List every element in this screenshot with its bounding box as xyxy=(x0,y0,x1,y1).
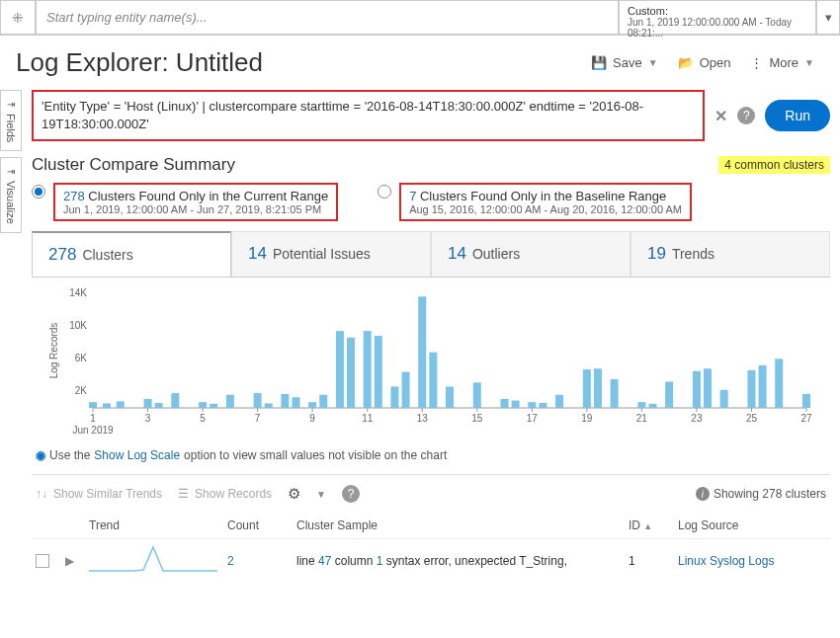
info-icon: i xyxy=(696,487,710,501)
svg-rect-27 xyxy=(418,297,426,409)
check-circle-icon: ◉ xyxy=(36,448,45,462)
row-count-link[interactable]: 2 xyxy=(227,554,234,568)
svg-rect-25 xyxy=(390,387,398,409)
entity-search-input[interactable]: Start typing entity name(s)... xyxy=(36,0,619,35)
more-dots-icon: ⋮ xyxy=(750,55,763,70)
help-icon[interactable]: ? xyxy=(737,107,755,124)
histogram-chart: 2K6K10K14KLog Records1357911131517192123… xyxy=(32,278,830,442)
run-button[interactable]: Run xyxy=(765,100,830,131)
svg-rect-38 xyxy=(611,379,619,408)
time-range-label: Custom: xyxy=(628,5,807,17)
svg-rect-30 xyxy=(473,383,481,409)
svg-rect-15 xyxy=(254,393,262,408)
save-icon: 💾 xyxy=(591,55,607,70)
svg-text:Log Records: Log Records xyxy=(48,323,59,379)
showing-count: iShowing 278 clusters xyxy=(696,487,826,501)
svg-rect-10 xyxy=(155,403,163,408)
baseline-range-radio[interactable] xyxy=(378,185,391,199)
svg-rect-7 xyxy=(103,404,111,409)
svg-rect-35 xyxy=(555,395,563,408)
row-checkbox[interactable] xyxy=(36,554,49,568)
svg-text:17: 17 xyxy=(527,413,539,424)
svg-text:21: 21 xyxy=(636,413,648,424)
time-range-picker[interactable]: Custom: Jun 1, 2019 12:00:00.000 AM - To… xyxy=(619,0,816,35)
expand-row-icon[interactable]: ▶ xyxy=(65,554,74,568)
current-range-box: 278 Clusters Found Only in the Current R… xyxy=(53,183,338,221)
svg-rect-14 xyxy=(226,395,234,408)
svg-rect-31 xyxy=(501,399,509,408)
cluster-sample-text: line 47 column 1 syntax error, unexpecte… xyxy=(296,554,629,568)
svg-rect-37 xyxy=(594,369,602,409)
table-row: ▶ 2 line 47 column 1 syntax error, unexp… xyxy=(32,539,830,582)
log-source-link[interactable]: Linux Syslog Logs xyxy=(678,554,774,568)
svg-rect-21 xyxy=(336,331,344,408)
svg-text:11: 11 xyxy=(362,413,374,424)
baseline-range-box: 7 Clusters Found Only in the Baseline Ra… xyxy=(399,183,692,221)
show-similar-trends-button[interactable]: ↑↓Show Similar Trends xyxy=(36,487,162,501)
sparkline xyxy=(89,545,217,573)
row-id: 1 xyxy=(629,554,678,568)
svg-rect-36 xyxy=(583,369,591,408)
current-range-dates: Jun 1, 2019, 12:00:00 AM - Jun 27, 2019,… xyxy=(63,203,328,215)
svg-rect-24 xyxy=(375,336,382,408)
col-count[interactable]: Count xyxy=(227,518,296,532)
svg-rect-9 xyxy=(144,399,152,408)
svg-rect-18 xyxy=(292,398,299,409)
help-icon[interactable]: ? xyxy=(342,485,360,503)
tab-clusters[interactable]: 278Clusters xyxy=(32,231,231,277)
svg-rect-44 xyxy=(720,390,728,408)
svg-rect-11 xyxy=(171,393,179,408)
svg-rect-16 xyxy=(265,404,273,409)
show-records-button[interactable]: ☰Show Records xyxy=(178,487,272,501)
svg-rect-46 xyxy=(759,365,767,408)
summary-title: Cluster Compare Summary xyxy=(32,155,718,175)
clear-query-icon[interactable]: ✕ xyxy=(714,107,727,125)
svg-text:25: 25 xyxy=(746,413,758,424)
settings-gear-icon[interactable]: ⚙ xyxy=(288,485,300,503)
svg-rect-26 xyxy=(402,372,410,408)
col-cluster-sample[interactable]: Cluster Sample xyxy=(296,518,629,532)
svg-rect-12 xyxy=(199,403,207,409)
tab-trends[interactable]: 19Trends xyxy=(630,231,830,277)
svg-text:Jun 2019: Jun 2019 xyxy=(72,425,114,436)
svg-text:15: 15 xyxy=(471,413,483,424)
col-log-source[interactable]: Log Source xyxy=(678,518,826,532)
fields-panel-tab[interactable]: ⇥Fields xyxy=(0,90,22,151)
tab-potential-issues[interactable]: 14Potential Issues xyxy=(231,231,431,277)
sort-asc-icon: ▲ xyxy=(643,521,652,531)
show-log-scale-link[interactable]: Show Log Scale xyxy=(94,448,180,462)
svg-text:23: 23 xyxy=(691,413,703,424)
col-trend[interactable]: Trend xyxy=(89,518,227,532)
current-range-radio[interactable] xyxy=(32,185,45,199)
col-id[interactable]: ID ▲ xyxy=(629,518,678,532)
time-range-dropdown-icon[interactable]: ▾ xyxy=(816,0,840,35)
svg-rect-34 xyxy=(539,403,546,408)
current-count-link[interactable]: 278 xyxy=(63,189,85,203)
svg-rect-45 xyxy=(747,370,755,408)
svg-text:14K: 14K xyxy=(69,287,87,298)
log-scale-hint: ◉ Use the Show Log Scale option to view … xyxy=(32,442,830,474)
app-menu-icon[interactable]: ⁜ xyxy=(0,0,36,35)
svg-rect-19 xyxy=(308,403,316,409)
svg-rect-13 xyxy=(210,404,217,408)
visualize-panel-tab[interactable]: ⇥Visualize xyxy=(0,157,22,233)
page-title: Log Explorer: Untitled xyxy=(16,47,581,78)
save-button[interactable]: 💾 Save ▼ xyxy=(581,51,668,74)
caret-down-icon: ▼ xyxy=(316,489,326,500)
svg-rect-33 xyxy=(528,403,536,409)
svg-text:27: 27 xyxy=(800,413,812,424)
baseline-count-link[interactable]: 7 xyxy=(409,189,416,203)
entity-search-placeholder: Start typing entity name(s)... xyxy=(46,10,208,25)
svg-rect-41 xyxy=(665,382,673,409)
svg-text:9: 9 xyxy=(309,413,315,424)
caret-down-icon: ▼ xyxy=(648,57,658,68)
folder-open-icon: 📂 xyxy=(678,55,694,70)
tab-outliers[interactable]: 14Outliers xyxy=(431,231,630,277)
svg-rect-48 xyxy=(802,394,810,408)
table-header: Trend Count Cluster Sample ID ▲ Log Sour… xyxy=(32,513,830,539)
svg-text:7: 7 xyxy=(255,413,261,424)
open-button[interactable]: 📂 Open xyxy=(668,51,741,74)
query-input[interactable]: 'Entity Type' = 'Host (Linux)' | cluster… xyxy=(32,90,705,141)
more-button[interactable]: ⋮ More ▼ xyxy=(740,51,824,74)
svg-rect-32 xyxy=(512,401,520,408)
